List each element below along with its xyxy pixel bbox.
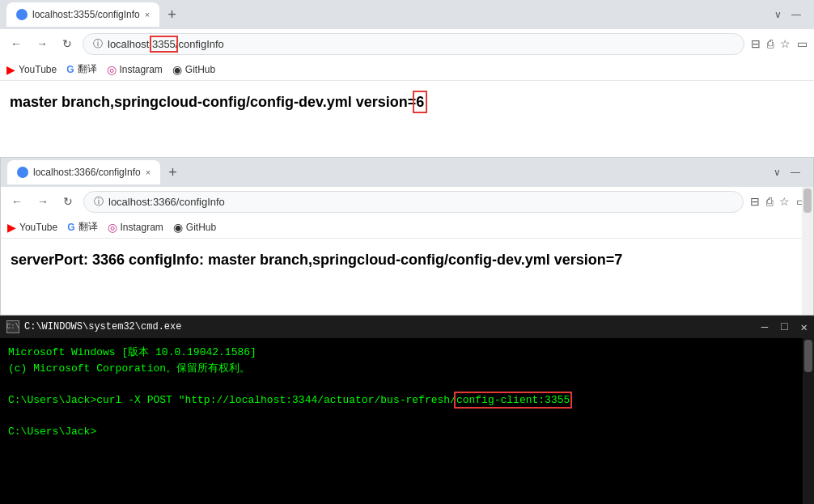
youtube-icon-2: ▶ <box>7 221 16 234</box>
back-button-1[interactable]: ← <box>6 36 26 52</box>
address-text-1: localhost:3355/configInfo <box>108 38 224 50</box>
translate-label-1: 翻译 <box>78 62 97 76</box>
cmd-scrollbar-thumb <box>804 340 812 372</box>
cmd-line-6: C:\Users\Jack> <box>8 424 806 440</box>
bookmark-instagram-1[interactable]: ◎ Instagram <box>107 63 163 76</box>
reload-button-2[interactable]: ↻ <box>59 193 77 210</box>
cmd-window: C:\ C:\WINDOWS\system32\cmd.exe — □ ✕ Mi… <box>0 316 814 504</box>
cmd-line-4: C:\Users\Jack>curl -X POST "http://local… <box>8 392 806 409</box>
instagram-label-1: Instagram <box>120 64 163 75</box>
tab-close-2[interactable]: × <box>146 167 151 177</box>
translate-icon-2[interactable]: ⊟ <box>750 195 760 208</box>
browser2-scrollbar[interactable] <box>802 187 813 315</box>
instagram-label-2: Instagram <box>121 222 163 233</box>
bookmark-instagram-2[interactable]: ◎ Instagram <box>108 221 163 234</box>
share-icon-1[interactable]: ⎙ <box>767 37 774 50</box>
github-label-1: GitHub <box>185 64 215 75</box>
content-text-1: master branch,springcloud-config/config-… <box>10 94 416 110</box>
tab-favicon-1 <box>16 9 28 20</box>
cmd-highlight-text: config-client:3355 <box>456 394 570 406</box>
cmd-line-3 <box>8 376 806 392</box>
cmd-restore-icon[interactable]: □ <box>781 320 787 334</box>
forward-button-2[interactable]: → <box>33 193 53 210</box>
cmd-line-2: (c) Microsoft Corporation。保留所有权利。 <box>8 361 806 377</box>
translate-bm-icon-2: G <box>67 222 74 233</box>
cmd-close-icon[interactable]: ✕ <box>801 320 808 334</box>
browser-window-1: localhost:3355/configInfo × + ∨ — ← → ↻ … <box>0 0 814 158</box>
github-icon-2: ◉ <box>173 221 183 234</box>
content-text-2: serverPort: 3366 configInfo: master bran… <box>11 252 622 268</box>
github-icon-1: ◉ <box>172 63 182 76</box>
address-text-2: localhost:3366/configInfo <box>108 196 225 208</box>
address-field-2[interactable]: ⓘ localhost:3366/configInfo <box>83 191 744 213</box>
instagram-icon-1: ◎ <box>107 63 117 76</box>
translate-icon-1[interactable]: ⊟ <box>751 37 761 50</box>
bookmark-github-2[interactable]: ◉ GitHub <box>173 221 216 234</box>
tab-title-1: localhost:3355/configInfo <box>32 9 140 20</box>
cmd-line-text-4a: C:\Users\Jack>curl -X POST "http://local… <box>8 394 570 406</box>
tab-2[interactable]: localhost:3366/configInfo × <box>7 160 160 184</box>
new-tab-button-2[interactable]: + <box>163 164 182 181</box>
cmd-body: Microsoft Windows [版本 10.0.19042.1586] (… <box>0 338 814 504</box>
page-content-1: master branch,springcloud-config/config-… <box>0 81 814 124</box>
github-label-2: GitHub <box>186 222 216 233</box>
bookmark-youtube-2[interactable]: ▶ YouTube <box>7 221 57 234</box>
cmd-minimize-icon[interactable]: — <box>761 320 768 334</box>
youtube-label-1: YouTube <box>19 64 57 75</box>
cmd-icon: C:\ <box>6 320 19 333</box>
svg-point-0 <box>18 11 26 19</box>
window-controls-1: ∨ — <box>774 9 808 20</box>
share-icon-2[interactable]: ⎙ <box>766 195 773 208</box>
cmd-titlebar: C:\ C:\WINDOWS\system32\cmd.exe — □ ✕ <box>0 316 814 338</box>
address-field-1[interactable]: ⓘ localhost:3355/configInfo <box>83 33 744 55</box>
translate-label-2: 翻译 <box>78 220 98 234</box>
tab-favicon-2 <box>17 167 28 178</box>
version-highlight-1: 6 <box>416 94 424 110</box>
tab-bar-1: localhost:3355/configInfo × + ∨ — <box>0 0 814 29</box>
bookmark-youtube-1[interactable]: ▶ YouTube <box>6 63 57 76</box>
address-bar-row-2: ← → ↻ ⓘ localhost:3366/configInfo ⊟ ⎙ ☆ … <box>1 187 813 216</box>
bookmark-icon-1[interactable]: ☆ <box>780 37 791 50</box>
bookmark-github-1[interactable]: ◉ GitHub <box>172 63 215 76</box>
cmd-title: C:\WINDOWS\system32\cmd.exe <box>24 321 181 332</box>
forward-button-1[interactable]: → <box>32 36 52 52</box>
cmd-line-5 <box>8 408 806 424</box>
tab-1[interactable]: localhost:3355/configInfo × <box>6 2 159 27</box>
bookmarks-bar-2: ▶ YouTube G 翻译 ◎ Instagram ◉ GitHub <box>1 216 813 239</box>
maximize-icon-1[interactable]: — <box>791 9 801 20</box>
back-button-2[interactable]: ← <box>7 193 27 210</box>
bookmark-icon-2[interactable]: ☆ <box>779 195 790 208</box>
lock-icon-2: ⓘ <box>94 195 104 209</box>
address-actions-1: ⊟ ⎙ ☆ ▭ <box>751 37 808 50</box>
bookmark-translate-2[interactable]: G 翻译 <box>67 220 97 234</box>
page-content-2: serverPort: 3366 configInfo: master bran… <box>1 239 813 282</box>
translate-bm-icon-1: G <box>66 64 74 75</box>
cmd-line-text-1: Microsoft Windows [版本 10.0.19042.1586] <box>8 346 256 358</box>
browser2-scrollbar-thumb <box>803 188 812 213</box>
maximize-icon-2[interactable]: — <box>791 167 800 178</box>
window-controls-2: ∨ — <box>774 167 807 178</box>
youtube-label-2: YouTube <box>19 222 57 233</box>
cmd-line-text-2: (c) Microsoft Corporation。保留所有权利。 <box>8 362 250 375</box>
svg-point-1 <box>19 168 27 176</box>
cmd-line-text-6: C:\Users\Jack> <box>8 426 96 438</box>
new-tab-button-1[interactable]: + <box>163 6 181 23</box>
minimize-icon-1[interactable]: ∨ <box>774 9 782 20</box>
tab-title-2: localhost:3366/configInfo <box>33 167 141 178</box>
bookmark-translate-1[interactable]: G 翻译 <box>66 62 96 76</box>
profile-icon-1[interactable]: ▭ <box>797 37 808 50</box>
minimize-icon-2[interactable]: ∨ <box>774 167 781 178</box>
cmd-line-1: Microsoft Windows [版本 10.0.19042.1586] <box>8 345 806 361</box>
cmd-scrollbar[interactable] <box>803 338 814 504</box>
browser-window-2: localhost:3366/configInfo × + ∨ — ← → ↻ … <box>0 158 814 316</box>
bookmarks-bar-1: ▶ YouTube G 翻译 ◎ Instagram ◉ GitHub <box>0 58 814 81</box>
cmd-controls: — □ ✕ <box>761 320 808 334</box>
tab-close-1[interactable]: × <box>145 10 150 19</box>
tab-bar-2: localhost:3366/configInfo × + ∨ — <box>1 158 813 187</box>
lock-icon-1: ⓘ <box>93 37 103 51</box>
youtube-icon-1: ▶ <box>6 63 15 76</box>
instagram-icon-2: ◎ <box>108 221 117 234</box>
address-bar-row-1: ← → ↻ ⓘ localhost:3355/configInfo ⊟ ⎙ ☆ … <box>0 29 814 58</box>
reload-button-1[interactable]: ↻ <box>58 36 76 52</box>
address-actions-2: ⊟ ⎙ ☆ ▭ <box>750 195 807 208</box>
